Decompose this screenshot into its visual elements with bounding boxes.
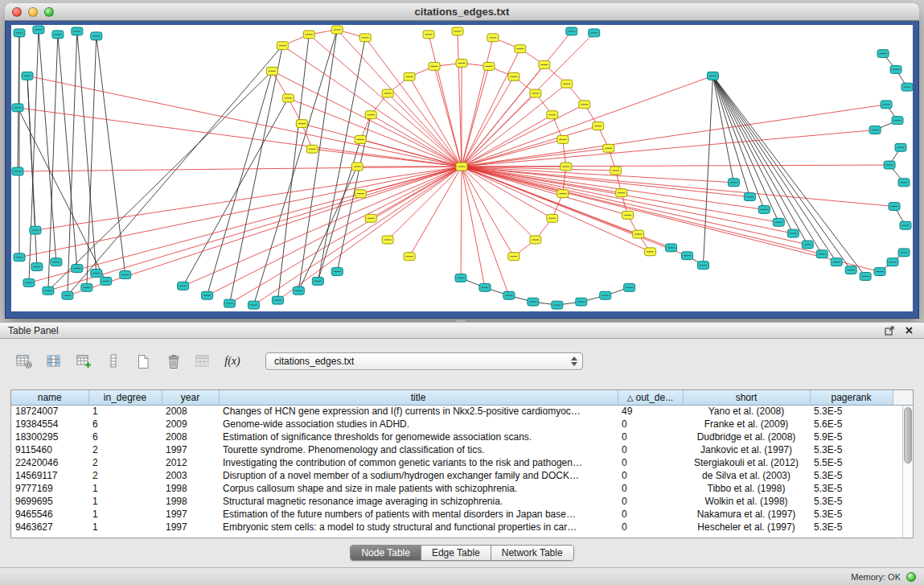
graph-edge[interactable] (48, 167, 462, 290)
graph-node[interactable] (72, 27, 83, 35)
column-header-pagerank[interactable]: pagerank (810, 390, 893, 405)
graph-node[interactable] (898, 179, 910, 187)
graph-edge[interactable] (458, 31, 462, 167)
graph-node[interactable] (483, 62, 495, 70)
graph-node[interactable] (744, 193, 755, 201)
graph-node[interactable] (404, 72, 415, 80)
delete-table-icon[interactable] (163, 352, 183, 371)
graph-node[interactable] (802, 241, 813, 249)
graph-edge[interactable] (48, 35, 58, 290)
graph-node[interactable] (266, 67, 277, 75)
graph-node[interactable] (557, 135, 569, 143)
graph-edge[interactable] (462, 165, 889, 167)
graph-node[interactable] (303, 31, 314, 39)
graph-node[interactable] (355, 135, 366, 143)
table-row[interactable]: 2242004622012Investigating the contribut… (11, 456, 913, 469)
graph-edge[interactable] (462, 105, 886, 167)
graph-node[interactable] (579, 101, 590, 109)
graph-edge[interactable] (298, 167, 357, 290)
graph-node[interactable] (900, 221, 911, 229)
graph-node[interactable] (728, 179, 739, 187)
graph-node[interactable] (898, 249, 910, 257)
zoom-window-button[interactable] (44, 7, 54, 17)
graph-node[interactable] (616, 189, 627, 197)
graph-node[interactable] (860, 273, 871, 281)
graph-node[interactable] (355, 190, 366, 198)
table-row[interactable]: 1872400712008Changes of HCN gene express… (11, 405, 913, 418)
graph-node[interactable] (561, 80, 573, 88)
graph-node[interactable] (633, 230, 644, 238)
table-settings-icon[interactable] (14, 352, 34, 371)
graph-edge[interactable] (713, 76, 764, 209)
graph-edge[interactable] (87, 36, 97, 287)
graph-node[interactable] (22, 72, 33, 80)
table-row[interactable]: 1830029562008Estimation of significance … (11, 431, 913, 443)
scrollbar-thumb[interactable] (904, 407, 912, 463)
graph-node[interactable] (248, 301, 259, 309)
graph-node[interactable] (593, 122, 604, 130)
graph-edge[interactable] (462, 167, 485, 287)
graph-node[interactable] (697, 262, 708, 270)
graph-node[interactable] (365, 214, 376, 222)
graph-node[interactable] (351, 163, 363, 171)
graph-node[interactable] (452, 27, 463, 35)
graph-node[interactable] (557, 190, 569, 198)
graph-edge[interactable] (371, 115, 462, 167)
graph-node[interactable] (72, 265, 83, 273)
graph-edge[interactable] (302, 124, 462, 167)
graph-node[interactable] (293, 286, 304, 295)
graph-node[interactable] (30, 226, 41, 234)
graph-node[interactable] (624, 283, 635, 291)
table-selector-dropdown[interactable]: citations_edges.txt (265, 352, 583, 370)
graph-node[interactable] (666, 244, 677, 252)
tab-network-table[interactable]: Network Table (491, 546, 573, 560)
column-header-title[interactable]: title (219, 390, 618, 405)
graph-edge[interactable] (18, 167, 462, 171)
graph-edge[interactable] (713, 76, 851, 270)
graph-node[interactable] (382, 236, 393, 244)
graph-node[interactable] (62, 291, 73, 299)
graph-edge[interactable] (309, 35, 462, 167)
graph-edge[interactable] (48, 71, 273, 290)
graph-edge[interactable] (462, 148, 609, 167)
graph-node[interactable] (530, 236, 541, 244)
graph-node[interactable] (881, 101, 892, 109)
graph-node[interactable] (91, 270, 102, 278)
close-window-button[interactable] (12, 7, 22, 17)
graph-node[interactable] (682, 252, 693, 260)
minimize-window-button[interactable] (28, 7, 38, 17)
graph-node[interactable] (887, 258, 898, 266)
graph-edge[interactable] (462, 167, 894, 206)
graph-node[interactable] (423, 31, 434, 39)
graph-edge[interactable] (207, 167, 462, 295)
graph-node[interactable] (787, 229, 799, 237)
network-window-titlebar[interactable]: citations_edges.txt (5, 3, 919, 21)
graph-edge[interactable] (35, 167, 462, 230)
graph-node[interactable] (773, 218, 784, 226)
graph-node[interactable] (539, 61, 550, 69)
graph-edge[interactable] (462, 84, 567, 167)
graph-node[interactable] (14, 253, 25, 262)
graph-node[interactable] (561, 163, 572, 171)
column-header-out_degree[interactable]: △out_de... (618, 390, 683, 405)
graph-node[interactable] (707, 72, 718, 80)
graph-node[interactable] (589, 29, 600, 37)
graph-node[interactable] (895, 143, 906, 151)
graph-node[interactable] (877, 50, 889, 58)
graph-node[interactable] (33, 26, 44, 34)
table-row[interactable]: 946554611997Estimation of the future num… (11, 508, 913, 521)
table-row[interactable]: 946362711997Embryonic stem cells: a mode… (11, 521, 913, 534)
graph-node[interactable] (487, 34, 499, 42)
graph-node[interactable] (530, 89, 541, 97)
graph-node[interactable] (282, 94, 294, 102)
graph-edge[interactable] (68, 31, 77, 295)
graph-node[interactable] (178, 282, 189, 290)
table-row[interactable]: 977716911998Corpus callosum shape and si… (11, 482, 913, 495)
table-row[interactable]: 969969511998Structural magnetic resonanc… (11, 495, 913, 508)
float-panel-icon[interactable] (882, 324, 897, 337)
graph-edge[interactable] (29, 167, 462, 282)
tab-edge-table[interactable]: Edge Table (421, 546, 491, 560)
graph-node[interactable] (331, 268, 343, 276)
graph-node[interactable] (645, 248, 656, 256)
graph-node[interactable] (365, 111, 376, 119)
